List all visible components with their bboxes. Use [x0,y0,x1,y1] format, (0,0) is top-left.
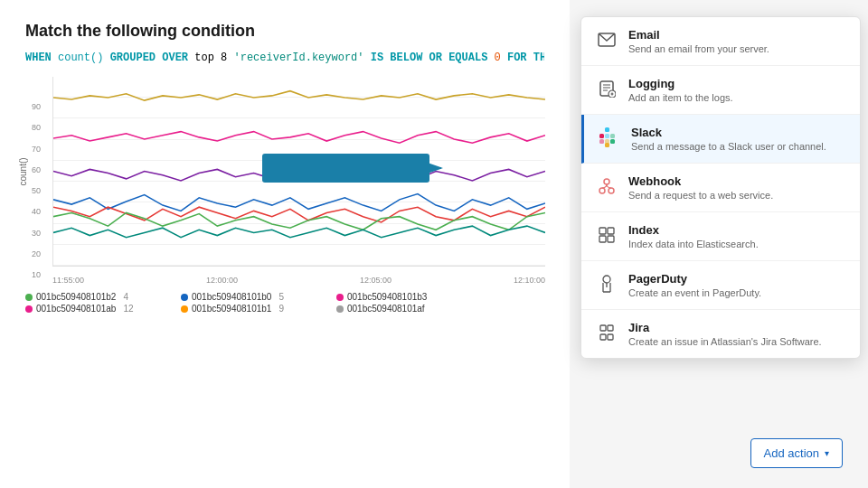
slack-desc: Send a message to a Slack user or channe… [631,141,826,152]
kw-field: 'receiverId.keyword' [233,52,363,64]
y-tick-40: 40 [32,207,41,216]
svg-point-26 [603,276,610,283]
legend-dot-5 [181,305,188,313]
slack-icon [599,127,620,148]
pagerduty-item-text: PagerDuty Create an event in PagerDuty. [628,272,761,298]
legend-value-4: 12 [123,304,133,314]
logging-icon [596,78,618,99]
slack-item-text: Slack Send a message to a Slack user or … [631,126,826,152]
index-desc: Index data into Elasticsearch. [628,239,759,249]
legend-dot-6 [336,305,344,313]
legend-item-6: 001bc509408101af [336,304,481,314]
svg-rect-22 [599,228,606,234]
legend-label-4: 001bc509408101ab [36,304,116,314]
arrow-svg [262,140,443,194]
svg-rect-12 [599,139,604,144]
svg-rect-31 [600,325,606,331]
svg-rect-24 [599,236,606,242]
y-tick-90: 90 [32,102,41,111]
add-action-button[interactable]: Add action ▾ [750,438,843,468]
chevron-down-icon: ▾ [825,448,829,458]
svg-rect-16 [610,139,615,144]
index-item-text: Index Index data into Elasticsearch. [628,223,759,249]
dropdown-item-email[interactable]: Email Send an email from your server. [581,17,860,66]
legend-label-2: 001bc509408101b0 [192,292,271,302]
webhook-desc: Send a request to a web service. [628,190,773,201]
dropdown-item-logging[interactable]: Logging Add an item to the logs. [581,66,860,115]
dropdown-item-index[interactable]: Index Index data into Elasticsearch. [581,212,860,261]
y-tick-20: 20 [32,249,41,258]
kw-value: 0 [495,52,501,64]
x-axis-labels: 11:55:00 12:00:00 12:05:00 12:10:00 [52,276,545,285]
main-content: Match the following condition WHEN count… [0,0,570,488]
dropdown-item-pagerduty[interactable]: PagerDuty Create an event in PagerDuty. [581,261,860,310]
pagerduty-desc: Create an event in PagerDuty. [628,287,761,298]
legend-value-1: 4 [123,292,128,302]
kw-for: FOR THE [507,52,544,64]
x-label-1: 11:55:00 [52,276,84,285]
svg-rect-25 [608,236,614,242]
dropdown-item-jira[interactable]: Jira Create an issue in Atlassian's Jira… [581,310,860,358]
legend-item-3: 001bc509408101b3 [336,292,481,302]
index-title: Index [628,223,759,237]
webhook-icon [596,175,618,197]
svg-rect-13 [605,127,609,132]
y-axis-label: count() [18,157,28,185]
slack-title: Slack [631,126,826,139]
kw-when: WHEN [25,52,52,64]
legend-value-5: 9 [278,304,284,314]
logging-desc: Add an item to the logs. [628,92,733,103]
legend-dot-1 [25,294,33,301]
y-tick-80: 80 [32,123,41,132]
jira-icon [596,322,618,343]
dropdown-item-webhook[interactable]: Webhook Send a request to a web service. [581,164,860,212]
legend-label-5: 001bc509408101b1 [192,304,271,314]
dropdown-item-slack[interactable]: Slack Send a message to a Slack user or … [581,115,860,164]
x-label-3: 12:05:00 [360,276,392,285]
add-action-label: Add action [764,446,819,460]
svg-rect-23 [608,228,614,234]
email-title: Email [628,28,769,42]
condition-expression: WHEN count() GROUPED OVER top 8 'receive… [25,52,544,64]
logging-title: Logging [628,77,733,90]
email-icon [596,29,618,51]
legend-label-6: 001bc509408101af [347,304,425,314]
email-item-text: Email Send an email from your server. [628,28,769,54]
legend-value-2: 5 [278,292,284,302]
legend-dot-4 [25,305,33,313]
legend-item-1: 001bc509408101b2 4 [25,292,170,302]
svg-rect-32 [608,325,613,331]
index-icon [596,224,618,246]
chart-legend: 001bc509408101b2 4 001bc509408101b0 5 00… [25,292,544,314]
svg-point-19 [599,188,605,193]
svg-rect-33 [600,334,606,340]
jira-item-text: Jira Create an issue in Atlassian's Jira… [628,321,822,347]
svg-point-20 [609,188,614,193]
dropdown-panel: Email Send an email from your server. Lo… [580,16,861,359]
svg-point-21 [604,179,609,184]
x-label-2: 12:00:00 [206,276,238,285]
arrow-overlay [262,140,443,198]
svg-rect-14 [605,134,609,138]
legend-label-3: 001bc509408101b3 [347,292,427,302]
jira-desc: Create an issue in Atlassian's Jira Soft… [628,336,822,347]
y-tick-30: 30 [32,229,41,238]
webhook-item-text: Webhook Send a request to a web service. [628,174,773,201]
legend-label-1: 001bc509408101b2 [36,292,116,302]
y-tick-60: 60 [32,165,41,174]
legend-item-2: 001bc509408101b0 5 [181,292,326,302]
kw-top: top 8 [194,52,233,64]
svg-rect-18 [605,143,609,147]
x-label-4: 12:10:00 [514,276,545,285]
pagerduty-icon [596,273,618,295]
y-tick-10: 10 [32,270,41,279]
logging-item-text: Logging Add an item to the logs. [628,77,733,103]
jira-title: Jira [628,321,822,334]
legend-item-4: 001bc509408101ab 12 [25,304,170,314]
legend-dot-2 [181,294,188,301]
kw-is: IS BELOW OR EQUALS [371,52,495,64]
y-tick-70: 70 [32,145,41,154]
svg-rect-34 [608,334,613,340]
email-desc: Send an email from your server. [628,43,769,54]
page-title: Match the following condition [25,22,544,41]
